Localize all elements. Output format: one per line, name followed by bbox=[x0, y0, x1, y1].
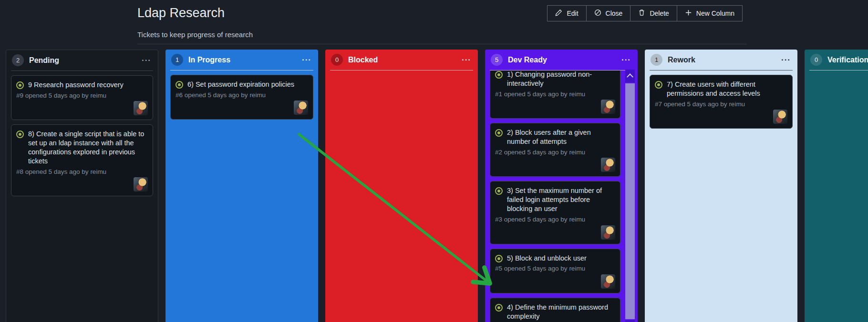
issue-card[interactable]: 8) Create a single script that is able t… bbox=[11, 124, 153, 196]
column-menu-icon[interactable]: ··· bbox=[141, 56, 152, 64]
column-header: 0 Verification ··· bbox=[809, 50, 868, 70]
board-toolbar: Edit Close Delete New Column bbox=[548, 5, 743, 21]
circle-slash-icon bbox=[594, 9, 601, 18]
column-dev-ready: 5 Dev Ready ··· 1) Changing password non… bbox=[485, 50, 638, 322]
kanban-board: 2 Pending ··· 9 Research password recove… bbox=[6, 50, 868, 322]
column-pending: 2 Pending ··· 9 Research password recove… bbox=[6, 50, 158, 322]
open-issue-icon bbox=[495, 304, 503, 312]
column-header: 1 In Progress ··· bbox=[170, 50, 313, 70]
avatar[interactable] bbox=[601, 158, 615, 172]
card-count-badge: 0 bbox=[810, 54, 822, 66]
avatar[interactable] bbox=[294, 101, 308, 115]
column-rework: 1 Rework ··· 7) Create users with differ… bbox=[645, 50, 797, 322]
card-meta: #3 opened 5 days ago by reimu bbox=[495, 215, 615, 224]
card-title: 1) Changing password non-interactively bbox=[507, 70, 615, 88]
column-title: In Progress bbox=[188, 56, 296, 64]
column-menu-icon[interactable]: ··· bbox=[461, 56, 472, 64]
cards-container: 9 Research password recovery #9 opened 5… bbox=[6, 71, 158, 322]
scrollbar-thumb[interactable] bbox=[625, 83, 635, 319]
card-title: 8) Create a single script that is able t… bbox=[28, 130, 148, 165]
column-menu-icon[interactable]: ··· bbox=[780, 56, 792, 64]
column-title: Dev Ready bbox=[508, 56, 615, 64]
card-title: 5) Block and unblock user bbox=[507, 254, 587, 263]
card-count-badge: 0 bbox=[331, 54, 343, 66]
avatar[interactable] bbox=[134, 177, 148, 191]
column-header: 5 Dev Ready ··· bbox=[490, 50, 633, 70]
card-title: 7) Create users with different permissio… bbox=[667, 80, 787, 98]
open-issue-icon bbox=[495, 129, 503, 137]
column-verification: 0 Verification ··· bbox=[805, 50, 868, 322]
open-issue-icon bbox=[176, 81, 183, 89]
column-blocked: 0 Blocked ··· bbox=[325, 50, 478, 322]
avatar[interactable] bbox=[601, 225, 615, 240]
avatar[interactable] bbox=[773, 110, 787, 124]
column-title: Blocked bbox=[348, 56, 455, 64]
card-meta: #9 opened 5 days ago by reimu bbox=[16, 91, 148, 100]
card-title: 6) Set password expiration policies bbox=[187, 80, 294, 89]
card-meta: #6 opened 5 days ago by reimu bbox=[176, 91, 308, 100]
column-header: 0 Blocked ··· bbox=[330, 50, 473, 70]
card-meta: #1 opened 5 days ago by reimu bbox=[495, 90, 615, 99]
card-count-badge: 1 bbox=[651, 54, 662, 66]
column-title: Rework bbox=[668, 56, 775, 64]
cards-container bbox=[325, 70, 478, 322]
plus-icon bbox=[685, 9, 692, 18]
issue-card[interactable]: 6) Set password expiration policies #6 o… bbox=[170, 75, 313, 120]
cards-container: 6) Set password expiration policies #6 o… bbox=[165, 70, 318, 322]
edit-button[interactable]: Edit bbox=[547, 5, 586, 21]
column-menu-icon[interactable]: ··· bbox=[301, 56, 312, 64]
avatar[interactable] bbox=[601, 100, 615, 114]
scroll-up-button[interactable] bbox=[625, 70, 635, 82]
issue-card[interactable]: 5) Block and unblock user #5 opened 5 da… bbox=[490, 249, 620, 293]
page-subtitle: Tickets to keep progress of research bbox=[137, 30, 253, 39]
page-title: Ldap Research bbox=[137, 6, 225, 20]
trash-icon bbox=[638, 9, 645, 18]
open-issue-icon bbox=[16, 131, 24, 138]
card-count-badge: 1 bbox=[171, 54, 183, 66]
card-title: 3) Set the maximum number of failed logi… bbox=[507, 186, 615, 213]
card-count-badge: 2 bbox=[12, 54, 24, 66]
column-header: 2 Pending ··· bbox=[11, 50, 153, 71]
card-title: 4) Define the minimum password complexit… bbox=[507, 303, 615, 321]
cards-container: 1) Changing password non-interactively #… bbox=[485, 70, 638, 322]
issue-card[interactable]: 3) Set the maximum number of failed logi… bbox=[490, 181, 620, 244]
card-title: 2) Block users after a given number of a… bbox=[507, 128, 615, 146]
close-button[interactable]: Close bbox=[586, 5, 631, 21]
scroll-down-button[interactable] bbox=[625, 320, 635, 322]
column-menu-icon[interactable]: ··· bbox=[620, 56, 632, 64]
avatar[interactable] bbox=[601, 274, 615, 289]
cards-container bbox=[805, 70, 868, 322]
pencil-icon bbox=[555, 9, 562, 18]
issue-card[interactable]: 1) Changing password non-interactively #… bbox=[490, 70, 620, 119]
card-meta: #5 opened 5 days ago by reimu bbox=[495, 264, 615, 273]
header-divider bbox=[137, 44, 747, 44]
open-issue-icon bbox=[495, 187, 503, 195]
column-title: Verification bbox=[827, 56, 868, 64]
column-title: Pending bbox=[29, 56, 135, 65]
column-scrollbar bbox=[625, 70, 635, 322]
avatar[interactable] bbox=[134, 101, 148, 115]
open-issue-icon bbox=[495, 255, 503, 262]
open-issue-icon bbox=[16, 81, 24, 89]
card-meta: #8 opened 5 days ago by reimu bbox=[16, 168, 148, 176]
issue-card[interactable]: 9 Research password recovery #9 opened 5… bbox=[11, 75, 153, 120]
cards-container: 7) Create users with different permissio… bbox=[645, 70, 797, 322]
new-column-button[interactable]: New Column bbox=[677, 5, 743, 21]
card-count-badge: 5 bbox=[491, 54, 503, 66]
issue-card[interactable]: 7) Create users with different permissio… bbox=[650, 75, 793, 129]
issue-card[interactable]: 4) Define the minimum password complexit… bbox=[490, 298, 620, 322]
column-header: 1 Rework ··· bbox=[650, 50, 793, 70]
open-issue-icon bbox=[495, 71, 503, 79]
card-title: 9 Research password recovery bbox=[28, 80, 124, 90]
card-meta: #2 opened 5 days ago by reimu bbox=[495, 148, 615, 157]
chevron-up-icon bbox=[627, 73, 633, 80]
column-in-progress: 1 In Progress ··· 6) Set password expira… bbox=[165, 50, 318, 322]
issue-card[interactable]: 2) Block users after a given number of a… bbox=[490, 123, 620, 177]
open-issue-icon bbox=[655, 81, 662, 89]
card-meta: #7 opened 5 days ago by reimu bbox=[655, 100, 787, 109]
delete-button[interactable]: Delete bbox=[630, 5, 677, 21]
